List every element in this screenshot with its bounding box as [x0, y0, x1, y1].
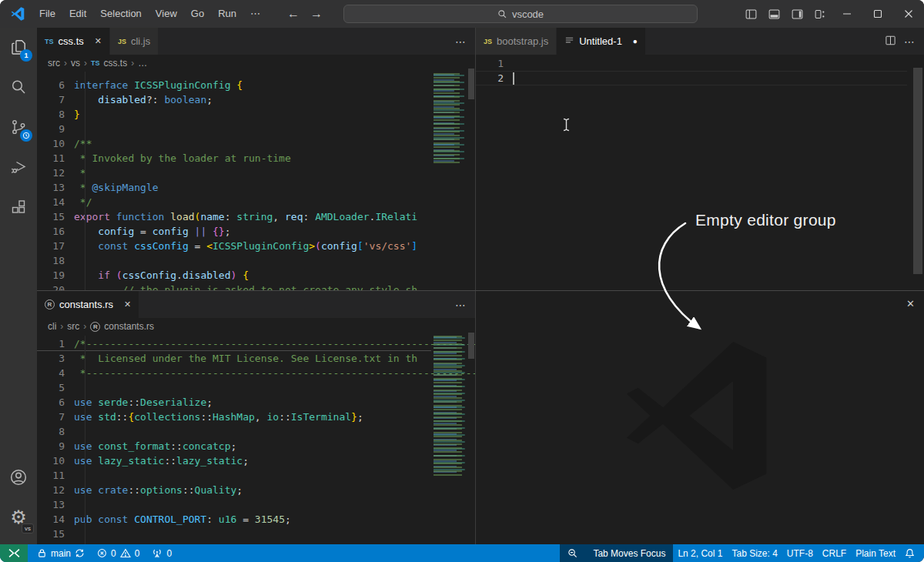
menu-edit[interactable]: Edit	[62, 0, 93, 28]
code-line[interactable]: 6interface ICSSPluginConfig {	[37, 78, 431, 92]
toggle-panel-icon[interactable]	[762, 0, 785, 28]
eol-item[interactable]: CRLF	[818, 544, 851, 562]
tab-bootstrap-js[interactable]: JS bootstrap.js	[476, 28, 557, 55]
zoom-status-item[interactable]	[560, 544, 585, 562]
source-control-icon[interactable]	[0, 108, 37, 146]
code-line[interactable]: 14 */	[37, 195, 431, 209]
code-line[interactable]: 12use crate::options::Quality;	[37, 483, 431, 497]
code-line[interactable]: 7 disabled?: boolean;	[37, 92, 431, 107]
tab-css-ts[interactable]: TS css.ts ✕	[37, 28, 110, 55]
cursor-position-item[interactable]: Ln 2, Col 1	[673, 544, 727, 562]
breadcrumb: src› vs› TS css.ts› …	[37, 55, 475, 72]
dirty-indicator-icon[interactable]: ●	[633, 37, 638, 45]
accounts-icon[interactable]	[0, 458, 37, 497]
search-view-icon[interactable]	[0, 68, 37, 106]
breadcrumb-item[interactable]: cli	[48, 321, 56, 332]
code-line[interactable]: 11 * Invoked by the loader at run-time	[37, 151, 431, 166]
language-mode-item[interactable]: Plain Text	[851, 544, 900, 562]
code-line[interactable]: 2	[476, 71, 907, 85]
more-actions-icon[interactable]: ⋯	[904, 35, 915, 48]
code-line[interactable]: 9use const_format::concatcp;	[37, 439, 431, 453]
code-editor-constants-rs[interactable]: 1/*-------------------------------------…	[37, 336, 475, 544]
editor-scrollbar[interactable]	[468, 333, 474, 359]
code-line[interactable]: 18	[37, 253, 431, 268]
notifications-item[interactable]	[900, 544, 919, 562]
editor-scrollbar[interactable]	[468, 69, 474, 99]
customize-layout-icon[interactable]	[808, 0, 832, 28]
menu-selection[interactable]: Selection	[93, 0, 148, 28]
code-editor-css-ts[interactable]: 6interface ICSSPluginConfig {7 disabled?…	[37, 72, 475, 290]
code-line[interactable]: 15	[37, 527, 431, 541]
breadcrumb-item[interactable]: src	[48, 58, 60, 69]
code-line[interactable]: 7use std::{collections::HashMap, io::IsT…	[37, 410, 431, 424]
encoding-item[interactable]: UTF-8	[782, 544, 818, 562]
editor-scrollbar[interactable]	[913, 68, 922, 274]
code-line[interactable]: 12 *	[37, 166, 431, 180]
minimize-button[interactable]	[832, 0, 862, 28]
menu-file[interactable]: File	[32, 0, 62, 28]
breadcrumb-item[interactable]: vs	[71, 58, 80, 69]
breadcrumb-item[interactable]: css.ts	[104, 58, 128, 69]
breadcrumb-item[interactable]: src	[67, 321, 79, 332]
branch-status-item[interactable]: main	[32, 544, 89, 562]
split-editor-icon[interactable]	[885, 35, 896, 49]
code-line[interactable]: 4 *-------------------------------------…	[37, 366, 431, 380]
code-line[interactable]: 9	[37, 122, 431, 136]
code-line[interactable]: 6use serde::Deserialize;	[37, 395, 431, 410]
code-line[interactable]: 13 * @skipMangle	[37, 180, 431, 195]
close-tab-icon[interactable]: ✕	[124, 299, 131, 309]
command-center-search[interactable]: vscode	[343, 5, 698, 23]
nav-back-icon[interactable]: ←	[287, 7, 300, 21]
close-tab-icon[interactable]: ✕	[95, 36, 102, 46]
minimap[interactable]	[434, 336, 466, 476]
menu-overflow-button[interactable]: ⋯	[243, 0, 267, 28]
code-line[interactable]: 10/**	[37, 136, 431, 151]
minimap[interactable]	[434, 73, 466, 164]
more-actions-icon[interactable]: ⋯	[455, 299, 466, 311]
explorer-icon[interactable]: 1	[0, 28, 37, 66]
toggle-sidebar-icon[interactable]	[739, 0, 762, 28]
code-line[interactable]: 14pub const CONTROL_PORT: u16 = 31545;	[37, 512, 431, 527]
toggle-secondary-sidebar-icon[interactable]	[785, 0, 808, 28]
breadcrumb-item[interactable]: constants.rs	[104, 321, 154, 332]
code-line[interactable]: 10use lazy_static::lazy_static;	[37, 453, 431, 468]
tab-cli-js[interactable]: JS cli.js	[110, 28, 159, 55]
tab-untitled-1[interactable]: Untitled-1 ●	[557, 28, 646, 55]
code-line[interactable]: 19 if (cssConfig.disabled) {	[37, 268, 431, 283]
more-actions-icon[interactable]: ⋯	[455, 35, 466, 48]
nav-forward-icon[interactable]: →	[310, 7, 323, 21]
code-line[interactable]: 11	[37, 468, 431, 483]
code-line[interactable]: 20 // the plugin is asked to not create …	[37, 283, 431, 290]
code-line[interactable]: 16 config = config || {};	[37, 224, 431, 239]
ports-status-item[interactable]: 0	[147, 544, 176, 562]
tab-moves-focus-item[interactable]: Tab Moves Focus	[585, 544, 673, 562]
close-window-button[interactable]	[893, 0, 924, 28]
code-line[interactable]: 5	[37, 380, 431, 395]
settings-gear-icon[interactable]: ⚙ vs	[0, 498, 37, 537]
code-line[interactable]: 8}	[37, 107, 431, 122]
extensions-icon[interactable]	[0, 188, 37, 226]
menu-run[interactable]: Run	[211, 0, 243, 28]
code-line[interactable]: 1/*-------------------------------------…	[37, 336, 431, 351]
code-line[interactable]: 3 * Licensed under the MIT License. See …	[37, 351, 431, 366]
tab-constants-rs[interactable]: R constants.rs ✕	[37, 291, 139, 318]
code-line[interactable]: 8	[37, 424, 431, 439]
code-line[interactable]: 1	[476, 56, 907, 71]
breadcrumb-item[interactable]: …	[138, 58, 147, 69]
run-debug-icon[interactable]	[0, 148, 37, 186]
line-number: 12	[37, 166, 74, 180]
remote-indicator-button[interactable]	[0, 544, 28, 562]
maximize-button[interactable]	[862, 0, 893, 28]
menu-go[interactable]: Go	[184, 0, 211, 28]
indentation-item[interactable]: Tab Size: 4	[727, 544, 782, 562]
editor-group-sash[interactable]	[475, 28, 476, 544]
code-line[interactable]: 17 const cssConfig = <ICSSPluginConfig>(…	[37, 239, 431, 253]
line-number: 15	[37, 209, 74, 224]
code-editor-untitled[interactable]: 12	[476, 55, 924, 290]
editor-group-sash[interactable]	[37, 290, 924, 291]
close-group-icon[interactable]: ✕	[906, 298, 915, 309]
code-line[interactable]: 13	[37, 497, 431, 512]
menu-view[interactable]: View	[149, 0, 184, 28]
code-line[interactable]: 15export function load(name: string, req…	[37, 209, 431, 224]
problems-status-item[interactable]: 0 0	[92, 544, 144, 562]
